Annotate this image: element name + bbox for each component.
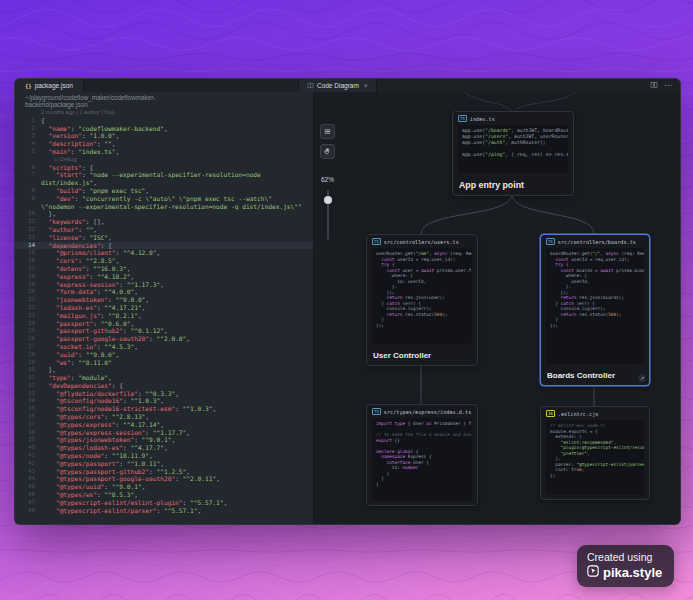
line-number [15, 109, 41, 117]
code-line[interactable]: 29 "ws": "^8.11.0" [15, 359, 313, 367]
line-number: 14 [15, 242, 41, 250]
code-line[interactable]: 45 "@types/uuid": "^9.0.1", [15, 483, 313, 491]
line-number: 6 [15, 164, 41, 172]
pika-badge: Created using pika.style [577, 545, 674, 587]
ts-file-icon: TS [372, 238, 381, 245]
line-number: 45 [15, 483, 41, 491]
line-number: 9 [15, 195, 41, 211]
code-line[interactable]: 4 "description": "", [15, 140, 313, 148]
code-line[interactable]: 47 "@typescript-eslint/eslint-plugin": "… [15, 499, 313, 507]
code-line[interactable]: 19 "express-session": "^1.17.3", [15, 281, 313, 289]
line-number: 19 [15, 281, 41, 289]
close-tab-icon[interactable]: × [364, 82, 368, 89]
line-number: 25 [15, 327, 41, 335]
line-number: 41 [15, 452, 41, 460]
line-number: 21 [15, 296, 41, 304]
line-number: 7 [15, 171, 41, 187]
diagram-icon [307, 82, 314, 90]
code-line[interactable]: 35 "@tsconfig/node16-strictest-esm": "^1… [15, 405, 313, 413]
code-line[interactable]: 36 "@types/cors": "^2.8.13", [15, 413, 313, 421]
code-line[interactable]: 30 }, [15, 366, 313, 374]
node-file-label: src/controllers/boards.ts [558, 239, 636, 245]
node-file-name: TSindex.ts [453, 112, 573, 124]
diagram-canvas[interactable]: TSindex.tsapp.use("/boards", authJWT, bo… [313, 92, 680, 524]
code-line[interactable]: 18 "express": "^4.18.2", [15, 273, 313, 281]
diagram-node-users[interactable]: TSsrc/controllers/users.tsuserRouter.get… [366, 234, 478, 366]
code-line[interactable]: 16 "cors": "^2.8.5", [15, 257, 313, 265]
more-actions-icon[interactable]: ⋯ [664, 81, 672, 90]
code-line[interactable]: 39 "@types/jsonwebtoken": "^9.0.1", [15, 436, 313, 444]
code-line[interactable]: 13 "license": "ISC", [15, 234, 313, 242]
code-line[interactable]: 31 "type": "module", [15, 374, 313, 382]
pan-tool-button[interactable] [320, 144, 335, 159]
code-line[interactable]: 3 "version": "1.0.0", [15, 132, 313, 140]
code-line[interactable]: 17 "dotenv": "^16.0.3", [15, 265, 313, 273]
line-number: 20 [15, 288, 41, 296]
codelens[interactable]: 2 months ago | 1 author (You) [15, 109, 313, 117]
line-number: 4 [15, 140, 41, 148]
code-line[interactable]: 11 "keywords": [], [15, 218, 313, 226]
tab-package-json[interactable]: {} package.json [15, 79, 84, 92]
code-line[interactable]: 26 "passport-google-oauth20": "^2.0.0", [15, 335, 313, 343]
code-line[interactable]: 25 "passport-github2": "^0.1.12", [15, 327, 313, 335]
code-line[interactable]: 40 "@types/lodash-es": "^4.17.7", [15, 444, 313, 452]
code-line[interactable]: 34 "@tsconfig/node16": "^1.0.3", [15, 397, 313, 405]
diagram-node-entry[interactable]: TSindex.tsapp.use("/boards", authJWT, bo… [452, 111, 574, 196]
code-line[interactable]: 1{ [15, 117, 313, 125]
code-line[interactable]: 7 "start": "node --experimental-specifie… [15, 171, 313, 187]
line-number: 28 [15, 351, 41, 359]
codelens[interactable]: ▷ Debug [15, 156, 313, 164]
split-editor-icon[interactable] [650, 81, 658, 91]
node-file-name: TSsrc/types/express/index.d.ts [367, 405, 477, 417]
line-number: 29 [15, 359, 41, 367]
diagram-node-types[interactable]: TSsrc/types/express/index.d.tsimport typ… [366, 404, 478, 506]
code-line[interactable]: 14 "dependencies": { [15, 242, 313, 250]
node-code-snippet: boardRouter.get("/", async (req: Request… [546, 248, 644, 364]
code-line[interactable]: 6 "scripts": { [15, 164, 313, 172]
code-line[interactable]: 20 "form-data": "^4.0.0", [15, 288, 313, 296]
code-line[interactable]: 15 "@prisma/client": "^4.12.0", [15, 249, 313, 257]
menu-button[interactable] [320, 124, 335, 139]
expand-node-icon[interactable]: ↗ [638, 374, 646, 382]
code-line[interactable]: 28 "uuid": "^9.0.0", [15, 351, 313, 359]
code-area[interactable]: 2 months ago | 1 author (You)1{2 "name":… [15, 109, 313, 524]
code-line[interactable]: 2 "name": "codeflowmaker-backend", [15, 125, 313, 133]
line-number: 5 [15, 148, 41, 156]
line-number: 47 [15, 499, 41, 507]
zoom-slider[interactable] [320, 190, 335, 240]
diagram-node-boards[interactable]: TSsrc/controllers/boards.tsboardRouter.g… [540, 234, 650, 386]
ts-file-icon: TS [546, 238, 555, 245]
node-file-label: src/types/express/index.d.ts [384, 409, 471, 415]
code-line[interactable]: 42 "@types/passport": "^1.0.11", [15, 460, 313, 468]
code-line[interactable]: 21 "jsonwebtoken": "^9.0.0", [15, 296, 313, 304]
code-line[interactable]: 24 "passport": "^0.6.0", [15, 320, 313, 328]
code-line[interactable]: 8 "build": "pnpm exec tsc", [15, 187, 313, 195]
code-line[interactable]: 32 "devDependencies": { [15, 382, 313, 390]
code-line[interactable]: 37 "@types/express": "^4.17.14", [15, 421, 313, 429]
code-line[interactable]: 44 "@types/passport-google-oauth20": "^2… [15, 475, 313, 483]
line-number: 17 [15, 265, 41, 273]
tab-code-diagram[interactable]: Code Diagram × [299, 79, 377, 92]
code-line[interactable]: 33 "@flydotio/dockerfile": "^0.3.3", [15, 390, 313, 398]
line-number: 1 [15, 117, 41, 125]
diagram-node-eslint[interactable]: JS.eslintrc.cjs/* eslint-env node */ mod… [540, 406, 650, 500]
code-line[interactable]: 10 }, [15, 210, 313, 218]
code-line[interactable]: 9 "dev": "concurrently -c \"auto\" \"pnp… [15, 195, 313, 211]
code-line[interactable]: 23 "mailgun.js": "^8.2.1", [15, 312, 313, 320]
code-line[interactable]: 27 "socket.io": "^4.5.3", [15, 343, 313, 351]
code-line[interactable]: 46 "@types/ws": "^8.5.3", [15, 491, 313, 499]
code-line[interactable]: 41 "@types/node": "^18.11.9", [15, 452, 313, 460]
breadcrumb[interactable]: ~/playground/codeflow_maker/codeflowmake… [15, 92, 211, 109]
editor-pane: ~/playground/codeflow_maker/codeflowmake… [15, 92, 313, 524]
code-line[interactable]: 5 "main": "index.ts", [15, 148, 313, 156]
line-number: 35 [15, 405, 41, 413]
zoom-slider-thumb[interactable] [324, 196, 332, 204]
code-line[interactable]: 38 "@types/express-session": "^1.17.7", [15, 429, 313, 437]
code-line[interactable]: 48 "@typescript-eslint/parser": "^5.57.1… [15, 507, 313, 515]
node-file-label: src/controllers/users.ts [384, 239, 459, 245]
code-line[interactable]: 22 "lodash-es": "^4.17.21", [15, 304, 313, 312]
line-number: 10 [15, 210, 41, 218]
node-code-snippet: import type { User as PrismaUser } from … [372, 418, 472, 501]
code-line[interactable]: 43 "@types/passport-github2": "^1.2.5", [15, 468, 313, 476]
code-line[interactable]: 12 "author": "", [15, 226, 313, 234]
